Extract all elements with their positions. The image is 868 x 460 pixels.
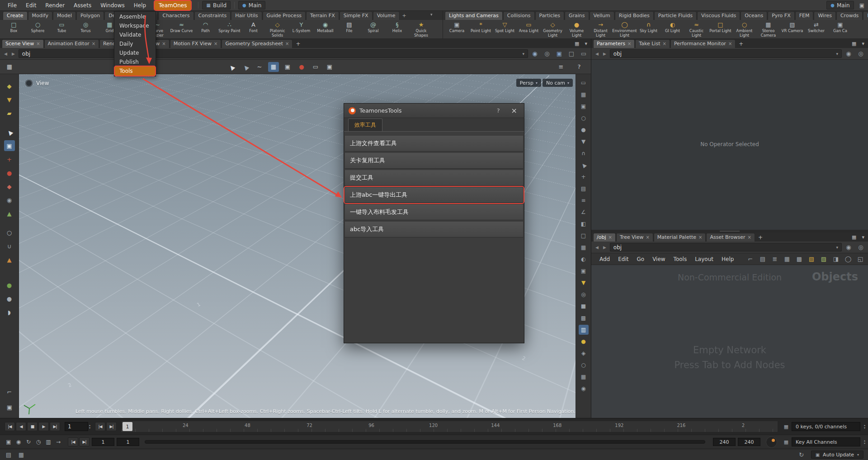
shelf-tab[interactable]: Crowds [836, 11, 863, 20]
menubar-item[interactable]: Windows [96, 1, 129, 10]
range-start-button[interactable]: |◀ [68, 437, 78, 446]
export-flag-icon[interactable]: ▣ [555, 50, 563, 58]
shelf-tab[interactable]: Simple FX [340, 11, 373, 20]
brush-tool-icon[interactable]: ◆ [4, 81, 15, 91]
menubar-item[interactable]: Help [130, 1, 150, 10]
shelf-tool[interactable]: * Point Light [469, 21, 493, 38]
dialog-close-button[interactable]: × [509, 106, 519, 115]
close-tab-icon[interactable]: × [36, 41, 40, 46]
key-icon[interactable]: ▦ [783, 438, 790, 446]
menubar-item[interactable]: Assets [70, 1, 95, 10]
pane-splitter-vertical[interactable] [591, 39, 591, 418]
play-button[interactable]: ▶ [38, 422, 49, 431]
pane-tab[interactable]: Performance Monitor × [670, 39, 736, 48]
forward-icon[interactable]: ▶ [11, 52, 16, 56]
shelf-tool[interactable]: ∩ Sky Light [637, 21, 660, 38]
lock-display-icon[interactable]: ▣ [579, 101, 589, 111]
close-tab-icon[interactable]: × [608, 235, 612, 240]
shelf-tab[interactable]: Terrain FX [306, 11, 339, 20]
pin-icon[interactable]: ◉ [531, 50, 539, 58]
shelf-tool[interactable]: ▭ Area Light [517, 21, 541, 38]
network-menu-item[interactable]: Tools [670, 255, 691, 264]
shelf-tab[interactable]: Grains [565, 11, 589, 20]
shelf-tool[interactable]: ○ Ambient Light [732, 21, 756, 38]
shelf-tool[interactable]: ▧ VR Camera [780, 21, 804, 38]
wrench-icon[interactable]: ⌐ [4, 386, 15, 397]
playback-start-field[interactable]: 1 [117, 438, 139, 446]
box-icon[interactable]: □ [567, 50, 576, 58]
overview-icon[interactable]: ◱ [856, 255, 864, 263]
shelf-tool[interactable]: ▽ Spot Light [493, 21, 517, 38]
network-path-field[interactable]: obj ▾ [610, 243, 842, 251]
grid-plus-icon[interactable]: ▦ [579, 372, 589, 382]
pin-icon[interactable]: ◉ [844, 243, 853, 251]
shelf-tool[interactable]: ∴ Spray Paint [217, 21, 241, 38]
pane-tab[interactable]: Animation Editor × [44, 39, 99, 48]
flipbook-icon[interactable]: ▭ [310, 62, 321, 72]
next-key-button[interactable]: ▶| [106, 422, 117, 431]
shelf-tab[interactable]: + [400, 12, 409, 20]
frame-stepper[interactable]: ▴ ▾ [89, 424, 90, 429]
shelf-tool[interactable]: ⇄ Switcher [804, 21, 828, 38]
playback-end-field[interactable]: 240 [713, 438, 736, 446]
shelf-tab[interactable]: Rigid Bodies [615, 11, 654, 20]
shelf-tab[interactable]: Viscous Fluids [697, 11, 740, 20]
pane-tab[interactable]: Scene View × [2, 39, 44, 48]
angle-icon[interactable]: ∠ [579, 207, 589, 217]
shelf-tool[interactable]: ▣ Camera [445, 21, 469, 38]
pin-icon[interactable]: ◉ [844, 50, 853, 58]
chevron-down-icon[interactable]: ▾ [836, 52, 838, 56]
pane-tab[interactable]: /obj × [593, 233, 616, 242]
close-tab-icon[interactable]: × [92, 41, 95, 46]
stepper-down-icon[interactable]: ▾ [864, 442, 865, 445]
shelf-tab[interactable]: Pyro FX [768, 11, 795, 20]
tags-icon[interactable]: ▦ [17, 451, 25, 459]
badge-icon[interactable]: ▤ [759, 255, 767, 263]
box-display-icon[interactable]: □ [579, 231, 589, 241]
stop-button[interactable]: ■ [27, 422, 38, 431]
props-icon[interactable]: ◈ [579, 348, 589, 358]
shelf-tool[interactable]: ≈ Caustic Light [684, 21, 708, 38]
drop-gold-icon[interactable]: ▼ [579, 278, 589, 288]
menubar-item-teamones[interactable]: TeamOnes [155, 1, 191, 10]
key-channels-dropdown[interactable]: Key All Channels [792, 437, 860, 446]
shelf-tab[interactable]: Volume [373, 11, 400, 20]
shelf-tool[interactable]: ◎ Torus [74, 21, 98, 38]
dialog-titlebar[interactable]: TeamonesTools ? × [344, 104, 524, 118]
shelf-tool[interactable]: § Helix [385, 21, 409, 38]
dialog-help-button[interactable]: ? [491, 107, 505, 114]
palette-icon[interactable]: ▧ [807, 255, 816, 263]
teamones-menu-item[interactable]: Workspace [115, 21, 155, 30]
shelf-tab[interactable]: Collisions [503, 11, 535, 20]
doll-tool-icon[interactable]: ▲ [4, 254, 15, 265]
audio-icon[interactable]: ◉ [14, 437, 24, 446]
camera-button[interactable]: No cam ▾ [542, 79, 573, 87]
shelf-tool[interactable]: ◇ Geometry Light [541, 21, 565, 38]
network-canvas[interactable]: Non-Commercial Edition Objects Empty Net… [591, 265, 868, 418]
keys-status-field[interactable]: 0 keys, 0/0 channels [792, 422, 860, 431]
shelf-tab[interactable]: FEM [795, 11, 814, 20]
grab-tool-icon[interactable]: ∪ [4, 241, 15, 251]
main-network-selector[interactable]: ● Main [238, 1, 265, 9]
shelf-tool[interactable]: ● Volume Light [565, 21, 589, 38]
pane-caret-icon[interactable]: ▾ [585, 41, 587, 47]
shelf-tool[interactable]: □ Box [2, 21, 26, 38]
stepper-down-icon[interactable]: ▾ [864, 427, 865, 429]
shelf-tool[interactable]: ≈ Draw Curve [170, 21, 193, 38]
shelf-tab[interactable]: Characters [158, 11, 193, 20]
clock-icon[interactable]: ◷ [33, 437, 43, 446]
network-menu-item[interactable]: View [649, 255, 669, 264]
snap-toggle-icon[interactable]: ▦ [268, 62, 279, 72]
snapshot-icon[interactable]: ▭ [579, 78, 589, 88]
desktop-layout-icon[interactable]: ▣ [859, 2, 864, 9]
desktop-selector[interactable]: ▦ Build [202, 1, 231, 9]
shelf-tool[interactable]: ○ Sphere [26, 21, 50, 38]
shelf-tab[interactable]: Polygon [76, 11, 104, 20]
shelf-tab[interactable]: Modify [28, 11, 52, 20]
range-start-field[interactable]: 1 [92, 438, 114, 446]
timeline-ruler[interactable]: 1 244872961201441681922162 [121, 421, 778, 432]
camera-display-icon[interactable]: ▣ [579, 266, 589, 276]
shelf-tab[interactable]: Particles [535, 11, 564, 20]
wrench-icon[interactable]: ⌐ [746, 255, 755, 263]
network-menu-item[interactable]: Edit [614, 255, 632, 264]
